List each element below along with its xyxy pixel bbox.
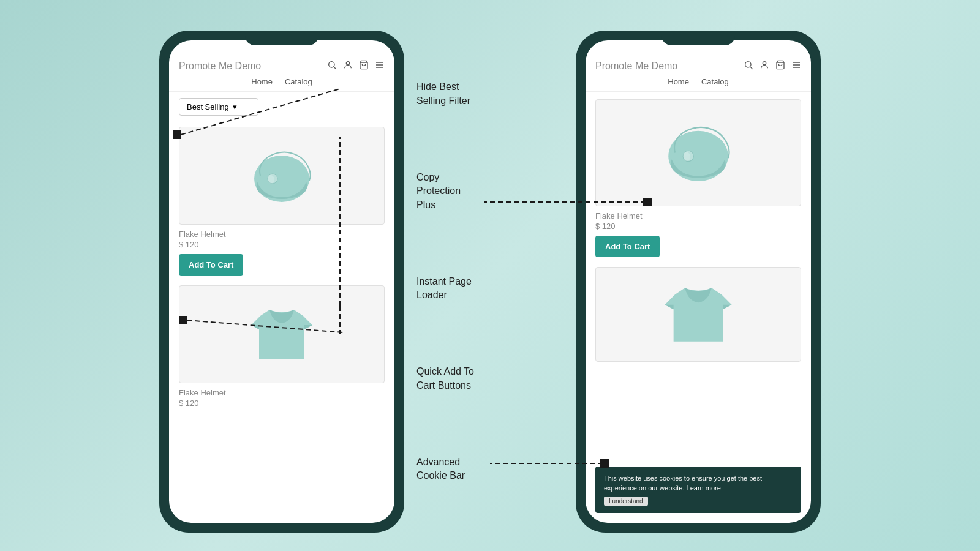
main-container: Promote Me Demo: [0, 0, 980, 551]
svg-point-12: [346, 62, 349, 65]
left-filter-bar: Best Selling ▾: [169, 92, 394, 122]
phone-notch-right: [662, 31, 735, 45]
left-tshirt-image: [179, 285, 385, 383]
user-icon[interactable]: [343, 60, 353, 72]
right-helmet-image: [595, 99, 801, 206]
right-phone: Promote Me Demo: [576, 31, 821, 533]
right-user-icon[interactable]: [760, 60, 769, 72]
svg-point-10: [329, 62, 334, 67]
right-product-1-price: $ 120: [595, 222, 801, 231]
left-app-title: Promote Me Demo: [179, 61, 261, 72]
right-app-icons: [744, 60, 801, 72]
search-icon[interactable]: [327, 60, 337, 72]
right-search-icon[interactable]: [744, 60, 753, 72]
right-tshirt-image: [595, 267, 801, 362]
right-nav-home[interactable]: Home: [668, 77, 689, 86]
left-product-2-price: $ 120: [179, 399, 385, 408]
left-phone: Promote Me Demo: [159, 31, 404, 533]
left-app-icons: [327, 60, 385, 72]
left-product-grid: Flake Helmet $ 120 Add To Cart Fla: [169, 122, 394, 523]
menu-icon[interactable]: [375, 60, 385, 72]
cookie-bar-text: This website uses cookies to ensure you …: [604, 474, 793, 493]
feature-label-cookie-bar: AdvancedCookie Bar: [417, 455, 564, 483]
right-app-header: Promote Me Demo: [586, 40, 811, 92]
feature-label-instant-page: Instant PageLoader: [417, 275, 564, 302]
left-app-header: Promote Me Demo: [169, 40, 394, 92]
svg-point-19: [745, 62, 751, 67]
right-product-card-2: [595, 267, 801, 362]
left-phone-screen: Promote Me Demo: [169, 40, 394, 523]
left-helmet-image: [179, 127, 385, 225]
right-app-title: Promote Me Demo: [595, 61, 677, 72]
feature-labels: Hide BestSelling Filter CopyProtectionPl…: [404, 31, 576, 533]
right-app-nav: Home Catalog: [668, 77, 729, 86]
right-menu-icon[interactable]: [791, 60, 801, 72]
feature-label-hide-filter: Hide BestSelling Filter: [417, 80, 564, 108]
cart-icon[interactable]: [359, 60, 369, 72]
svg-line-11: [334, 67, 336, 69]
phone-notch-left: [245, 31, 318, 45]
best-selling-filter[interactable]: Best Selling ▾: [179, 98, 258, 116]
left-nav-catalog[interactable]: Catalog: [285, 77, 312, 86]
right-nav-catalog[interactable]: Catalog: [701, 77, 729, 86]
right-add-to-cart-btn[interactable]: Add To Cart: [595, 236, 660, 257]
left-product-card-1: Flake Helmet $ 120 Add To Cart: [179, 127, 385, 276]
left-add-to-cart-btn[interactable]: Add To Cart: [179, 254, 243, 276]
left-product-card-2: Flake Helmet $ 120: [179, 285, 385, 413]
right-product-grid: Flake Helmet $ 120 Add To Cart: [586, 92, 811, 523]
feature-label-copy-protection: CopyProtectionPlus: [417, 171, 564, 212]
svg-line-20: [750, 67, 753, 69]
cookie-bar: This website uses cookies to ensure you …: [595, 467, 801, 513]
feature-label-quick-add: Quick Add ToCart Buttons: [417, 365, 564, 392]
svg-point-21: [763, 62, 766, 65]
left-product-1-price: $ 120: [179, 240, 385, 249]
right-phone-screen: Promote Me Demo: [586, 40, 811, 523]
left-product-1-name: Flake Helmet: [179, 230, 385, 239]
left-nav-home[interactable]: Home: [251, 77, 273, 86]
filter-label: Best Selling: [187, 102, 229, 111]
right-cart-icon[interactable]: [775, 60, 785, 72]
chevron-down-icon: ▾: [233, 102, 237, 111]
left-product-2-name: Flake Helmet: [179, 388, 385, 397]
right-product-card-1: Flake Helmet $ 120 Add To Cart: [595, 99, 801, 257]
cookie-bar-button[interactable]: I understand: [604, 497, 648, 506]
left-app-nav: Home Catalog: [251, 77, 312, 86]
right-product-1-name: Flake Helmet: [595, 211, 801, 220]
